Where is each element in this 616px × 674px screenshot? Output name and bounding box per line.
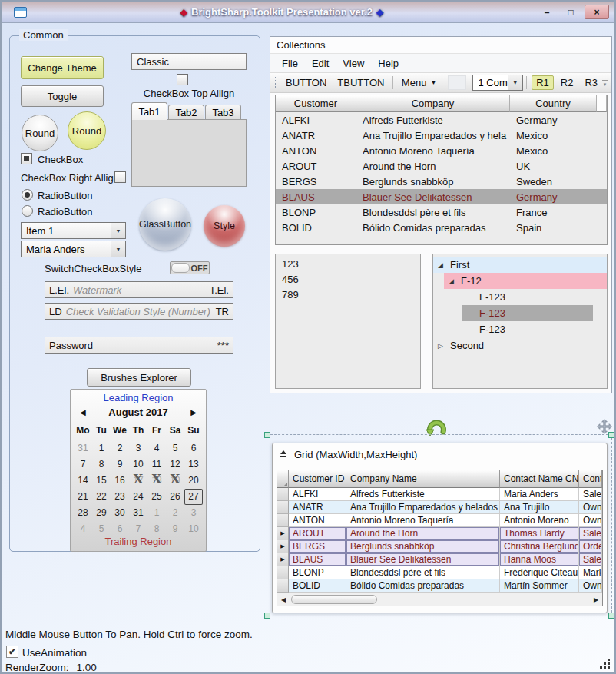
checkbox-top-align[interactable]: [177, 74, 188, 85]
calendar-day[interactable]: 6: [184, 440, 203, 457]
calendar-day[interactable]: 14: [74, 473, 92, 489]
calendar-day[interactable]: 5: [92, 521, 111, 537]
select-all-corner[interactable]: [277, 470, 289, 488]
item-combobox[interactable]: Item 1 ▼: [21, 222, 126, 239]
calendar-day-selected[interactable]: 27: [184, 489, 203, 505]
toggle-button[interactable]: Toggle: [21, 85, 104, 107]
calendar-day[interactable]: 8: [147, 521, 166, 537]
chevron-down-icon[interactable]: ▼: [111, 223, 125, 238]
watermark-textbox[interactable]: L.El. Watermark T.El.: [45, 281, 233, 298]
calendar-day[interactable]: 3: [184, 505, 203, 521]
calendar-day[interactable]: 25: [147, 489, 166, 505]
calendar-day[interactable]: 23: [111, 489, 129, 505]
calendar-day[interactable]: 15: [92, 473, 111, 489]
table-row[interactable]: BLONPBlondesddsl père et filsFrédérique …: [277, 566, 602, 579]
minimize-button[interactable]: –: [537, 5, 557, 19]
column-header-contact-name-cn[interactable]: Contact Name CN: [500, 470, 579, 488]
calendar-day[interactable]: 24: [129, 489, 147, 505]
column-header-company[interactable]: Company: [356, 95, 510, 112]
calendar-day[interactable]: 13: [184, 457, 203, 473]
row-header-current-icon[interactable]: ▶: [277, 553, 289, 566]
calendar-day[interactable]: 6: [111, 521, 129, 537]
list-item[interactable]: 123: [276, 256, 420, 271]
calendar-day[interactable]: 2: [111, 440, 129, 457]
row-header[interactable]: [277, 501, 289, 514]
calendar-day[interactable]: 2: [166, 505, 184, 521]
menu-item-edit[interactable]: Edit: [305, 55, 336, 71]
round-button-grey[interactable]: Round: [22, 115, 58, 151]
calendar-day[interactable]: 1: [92, 440, 111, 457]
table-row[interactable]: ▶BERGSBerglunds snabbköpChristina Berglu…: [277, 540, 602, 553]
table-row[interactable]: ANTONAntonio Moreno TaqueríaAntonio More…: [277, 514, 602, 527]
round-button-yellow[interactable]: Round: [68, 111, 106, 150]
maximize-button[interactable]: □: [561, 5, 581, 19]
calendar-day[interactable]: 3: [129, 440, 147, 457]
calendar-day[interactable]: 31: [129, 505, 147, 521]
tab-tab3[interactable]: Tab3: [205, 105, 241, 120]
table-row[interactable]: BOLIDBólido Comidas preparadasSpain: [276, 220, 607, 235]
calendar-day[interactable]: 8: [92, 457, 111, 473]
calendar-day-blackout[interactable]: 19: [166, 473, 184, 489]
brushes-explorer-button[interactable]: Brushes Explorer: [87, 368, 191, 387]
checkbox-main[interactable]: [21, 153, 32, 164]
horizontal-scrollbar[interactable]: ◀ ▶: [277, 593, 602, 606]
customer-combobox[interactable]: Maria Anders ▼: [21, 241, 126, 257]
toolbar-radio-r1[interactable]: R1: [532, 75, 554, 90]
toolbar-radio-r3[interactable]: R3: [580, 75, 602, 90]
validation-textbox[interactable]: LD Check Validation Style (Number) TR: [45, 303, 233, 320]
tab-tab1[interactable]: Tab1: [131, 102, 167, 120]
calendar-day[interactable]: 20: [184, 473, 203, 489]
column-header-country[interactable]: Country: [510, 95, 597, 112]
collections-expander-header[interactable]: Collections: [270, 37, 611, 54]
calendar-prev-icon[interactable]: ◀: [80, 408, 86, 417]
calendar-day-blackout[interactable]: 17: [129, 473, 147, 489]
toolbar-button-tbutton[interactable]: TBUTTON: [332, 75, 389, 91]
resize-handle[interactable]: [608, 432, 614, 438]
calendar-day[interactable]: 12: [166, 457, 184, 473]
table-row[interactable]: BLAUSBlauer See DelikatessenGermany: [276, 189, 607, 204]
resize-handle[interactable]: [608, 613, 614, 619]
calendar-day[interactable]: 26: [166, 489, 184, 505]
tree-item-second[interactable]: ▷Second: [433, 337, 607, 354]
column-header-company-name[interactable]: Company Name: [346, 470, 500, 488]
menu-item-view[interactable]: View: [336, 55, 371, 71]
tree-expanded-icon[interactable]: ◢: [433, 261, 450, 269]
calendar-day[interactable]: 22: [92, 489, 111, 505]
use-animation-checkbox[interactable]: ✔: [6, 646, 18, 658]
column-header-cont[interactable]: Cont: [579, 470, 602, 488]
calendar-day[interactable]: 4: [147, 440, 166, 457]
table-row[interactable]: ANATRAna Trujillo Emparedados y helaMexi…: [276, 128, 607, 143]
checkbox-right-align[interactable]: [114, 171, 126, 183]
tree-item-first[interactable]: ◢First: [433, 257, 607, 273]
calendar-month-label[interactable]: August 2017: [86, 407, 191, 418]
scroll-right-icon[interactable]: ▶: [590, 596, 602, 603]
scrollbar-thumb[interactable]: [291, 595, 377, 604]
calendar-day[interactable]: 10: [129, 457, 147, 473]
close-button[interactable]: ×: [585, 5, 609, 19]
row-header[interactable]: [277, 488, 289, 501]
calendar-day[interactable]: 7: [129, 521, 147, 537]
calendar-day[interactable]: 28: [74, 505, 92, 521]
calendar-day[interactable]: 5: [166, 440, 184, 457]
style-glass-button[interactable]: Style: [204, 205, 245, 247]
resize-grip-icon[interactable]: [600, 658, 611, 669]
scroll-left-icon[interactable]: ◀: [277, 596, 290, 603]
table-row[interactable]: BOLIDBólido Comidas preparadasMartín Som…: [277, 579, 602, 593]
tree-item-f-123[interactable]: F-123: [462, 289, 607, 305]
glass-button[interactable]: GlassButton: [139, 198, 191, 251]
radio-button-2[interactable]: [22, 205, 33, 217]
row-header[interactable]: [277, 566, 289, 579]
menu-item-file[interactable]: File: [275, 55, 305, 71]
table-row[interactable]: ANATRAna Trujillo Emparedados y heladosA…: [277, 501, 602, 514]
chevron-down-icon[interactable]: ▼: [508, 75, 522, 90]
resize-handle[interactable]: [264, 613, 270, 619]
table-row[interactable]: AROUTAround the HornUK: [276, 158, 607, 174]
theme-combobox[interactable]: Classic: [131, 53, 247, 70]
toolbar-menu-button[interactable]: Menu ▼: [396, 75, 442, 91]
table-row[interactable]: ANTONAntonio Moreno TaqueríaMexico: [276, 143, 607, 158]
toolbar-textbox[interactable]: [448, 75, 466, 90]
resize-handle[interactable]: [264, 432, 270, 438]
password-textbox[interactable]: Password ***: [45, 337, 233, 354]
toolbar-overflow-icon[interactable]: ▾: [602, 80, 608, 86]
calendar-day[interactable]: 30: [111, 505, 129, 521]
